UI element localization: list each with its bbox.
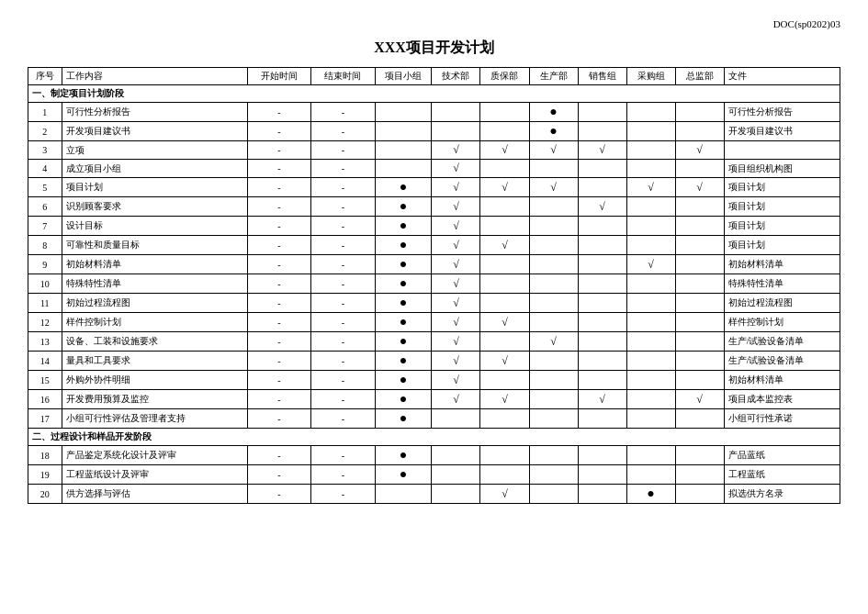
check-marker: √ [502,239,508,251]
header-doc: 文件 [724,68,840,85]
table-row: 16开发费用预算及监控--●√√√√项目成本监控表 [28,390,840,409]
cell-work: 设计目标 [62,217,247,236]
check-marker: √ [648,181,654,194]
cell-group [375,485,432,504]
cell-prod [529,390,578,409]
check-marker: √ [550,143,557,156]
cell-seq: 12 [28,313,62,332]
header-quality: 质保部 [480,68,529,85]
cell-work: 成立项目小组 [62,160,247,178]
table-row: 4成立项目小组--√项目组织机构图 [28,160,840,178]
cell-prod [529,294,578,313]
cell-doc: 小组可行性承诺 [724,409,840,429]
check-marker: √ [453,258,459,271]
cell-sales [578,178,626,197]
cell-purchase: √ [626,255,675,274]
header-sales: 销售组 [578,68,626,85]
table-row: 9初始材料清单--●√√初始材料清单 [28,255,840,274]
cell-tech: √ [432,141,480,160]
cell-seq: 15 [28,371,62,390]
cell-quality: √ [480,178,529,197]
cell-work: 特殊特性清单 [62,274,247,294]
section-title: 一、制定项目计划阶段 [28,85,840,103]
table-row: 18产品鉴定系统化设计及评审--●产品蓝纸 [28,446,840,465]
cell-tech: √ [432,160,480,178]
table-row: 11初始过程流程图--●√初始过程流程图 [28,294,840,313]
cell-prod [529,236,578,255]
cell-seq: 1 [28,103,62,122]
check-marker: √ [453,219,459,232]
cell-quality [480,197,529,217]
cell-start: - [247,122,310,141]
cell-seq: 6 [28,197,62,217]
cell-end: - [311,332,375,352]
check-marker: √ [696,143,703,156]
cell-doc: 项目计划 [724,236,840,255]
cell-doc: 项目计划 [724,178,840,197]
cell-seq: 7 [28,217,62,236]
cell-work: 供方选择与评估 [62,485,247,504]
cell-doc: 样件控制计划 [724,313,840,332]
cell-work: 小组可行性评估及管理者支持 [62,409,247,429]
cell-finance [675,332,724,352]
cell-seq: 2 [28,122,62,141]
cell-work: 可行性分析报告 [62,103,247,122]
cell-start: - [247,103,310,122]
cell-group: ● [375,352,432,371]
header-tech: 技术部 [432,68,480,85]
table-row: 6识别顾客要求--●√√项目计划 [28,197,840,217]
cell-sales: √ [578,390,626,409]
cell-start: - [247,141,310,160]
cell-purchase [626,103,675,122]
cell-sales [578,255,626,274]
dot-marker: ● [400,373,407,386]
cell-start: - [247,485,310,504]
cell-sales [578,122,626,141]
cell-finance [675,371,724,390]
cell-finance [675,197,724,217]
cell-seq: 16 [28,390,62,409]
cell-quality [480,122,529,141]
cell-prod: √ [529,178,578,197]
table-row: 8可靠性和质量目标--●√√项目计划 [28,236,840,255]
cell-doc: 可行性分析报告 [724,103,840,122]
cell-end: - [311,122,375,141]
cell-finance [675,446,724,465]
cell-prod [529,371,578,390]
cell-start: - [247,371,310,390]
cell-sales: √ [578,141,626,160]
cell-sales [578,236,626,255]
cell-finance [675,255,724,274]
check-marker: √ [453,239,459,251]
cell-start: - [247,390,310,409]
cell-quality: √ [480,390,529,409]
cell-tech [432,465,480,485]
cell-group: ● [375,255,432,274]
cell-purchase [626,236,675,255]
cell-prod [529,485,578,504]
dot-marker: ● [400,180,407,194]
cell-seq: 19 [28,465,62,485]
section-header-row: 一、制定项目计划阶段 [28,85,840,103]
check-marker: √ [453,277,459,290]
cell-group: ● [375,294,432,313]
cell-purchase [626,197,675,217]
table-row: 5项目计划--●√√√√√项目计划 [28,178,840,197]
cell-start: - [247,217,310,236]
cell-finance: √ [675,390,724,409]
cell-work: 开发项目建议书 [62,122,247,141]
cell-quality [480,255,529,274]
table-row: 3立项--√√√√√ [28,141,840,160]
check-marker: √ [453,181,459,194]
cell-finance [675,409,724,429]
cell-tech: √ [432,255,480,274]
cell-end: - [311,485,375,504]
table-row: 13设备、工装和设施要求--●√√生产/试验设备清单 [28,332,840,352]
cell-work: 工程蓝纸设计及评审 [62,465,247,485]
cell-sales [578,217,626,236]
header-finance: 总监部 [675,68,724,85]
cell-end: - [311,103,375,122]
cell-sales: √ [578,197,626,217]
cell-end: - [311,255,375,274]
cell-finance [675,236,724,255]
